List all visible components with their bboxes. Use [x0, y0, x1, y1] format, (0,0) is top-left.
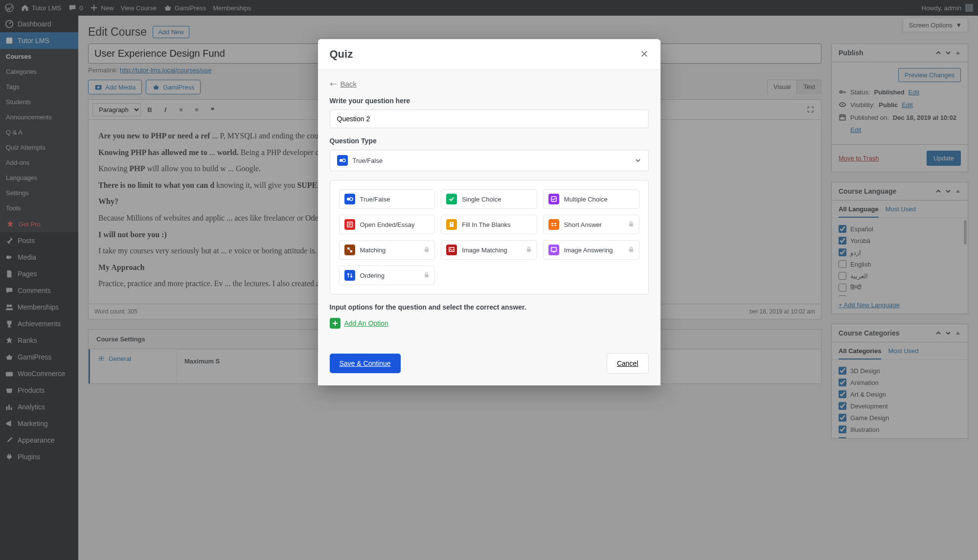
modal-backdrop[interactable]: Quiz Back Write your question here Quest… — [0, 0, 978, 16]
